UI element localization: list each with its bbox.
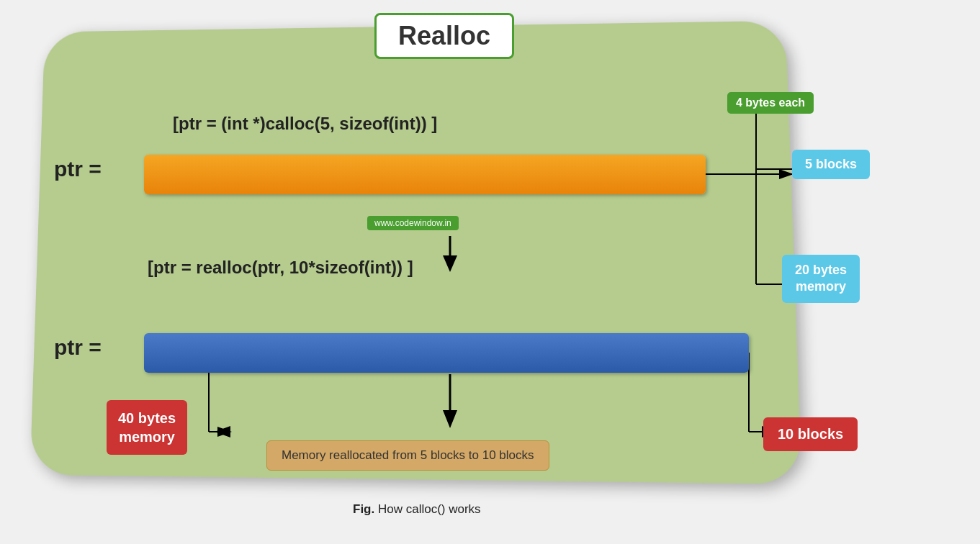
forty-bytes-box: 40 bytes memory: [107, 400, 187, 455]
codewindow-label: www.codewindow.in: [367, 216, 459, 230]
five-blocks-box: 5 blocks: [792, 150, 870, 179]
calloc-expression: [ptr = (int *)calloc(5, sizeof(int)) ]: [173, 114, 437, 134]
orange-bar: [144, 155, 706, 194]
bytes-each-label: 4 bytes each: [727, 92, 814, 114]
main-container: Realloc 4 bytes each [ptr = (int *)callo…: [0, 0, 980, 544]
title-text: Realloc: [398, 21, 490, 50]
fig-bold: Fig.: [353, 502, 374, 516]
ptr-label-1: ptr =: [54, 157, 102, 181]
ten-blocks-box: 10 blocks: [763, 417, 858, 451]
realloc-expression: [ptr = realloc(ptr, 10*sizeof(int)) ]: [148, 258, 413, 278]
fig-caption: Fig. How calloc() works: [353, 502, 481, 517]
blue-bar: [144, 333, 749, 373]
twenty-bytes-box: 20 bytes memory: [782, 255, 860, 303]
title-box: Realloc: [374, 13, 514, 59]
ptr-label-2: ptr =: [54, 335, 102, 360]
memory-realloc-label: Memory reallocated from 5 blocks to 10 b…: [266, 440, 549, 471]
